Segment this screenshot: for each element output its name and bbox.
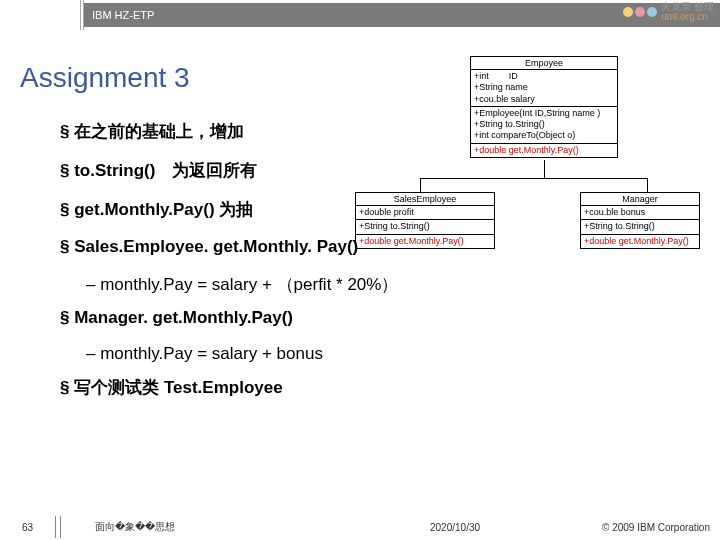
content-area: 在之前的基础上，增加 to.String() 为返回所有 get.Monthly… xyxy=(60,120,700,415)
bullet-6: 写个测试类 Test.Employee xyxy=(60,376,700,399)
footer: 63 面向�象��思想 2020/10/30 © 2009 IBM Corpor… xyxy=(0,514,720,540)
brand-line2: uml.org.cn xyxy=(661,12,714,22)
uml-employee-name: Empoyee xyxy=(471,57,617,70)
bullet-1: 在之前的基础上，增加 xyxy=(60,120,700,143)
bullet-2: to.String() 为返回所有 xyxy=(60,159,700,182)
brand-logo: 火龙果 整理 uml.org.cn xyxy=(623,2,714,22)
footer-divider-2 xyxy=(60,516,61,538)
brand-dots xyxy=(623,7,657,17)
page-title: Assignment 3 xyxy=(20,62,190,94)
footer-copyright: © 2009 IBM Corporation xyxy=(602,522,710,533)
bullet-4: Sales.Employee. get.Monthly. Pay() xyxy=(60,237,700,257)
sub-5: monthly.Pay = salary + bonus xyxy=(86,344,700,364)
footer-subject: 面向�象��思想 xyxy=(95,520,175,534)
uml-employee-attrs: +int ID +String name +cou.ble salary xyxy=(471,70,617,107)
sub-4: monthly.Pay = salary + （perfit * 20%） xyxy=(86,273,700,296)
project-name: IBM HZ-ETP xyxy=(92,9,154,21)
header-divider-1 xyxy=(80,0,81,30)
bullet-3: get.Monthly.Pay() 为抽 xyxy=(60,198,700,221)
bullet-5: Manager. get.Monthly.Pay() xyxy=(60,308,700,328)
footer-divider-1 xyxy=(55,516,56,538)
page-number: 63 xyxy=(0,522,55,533)
footer-date: 2020/10/30 xyxy=(430,522,480,533)
